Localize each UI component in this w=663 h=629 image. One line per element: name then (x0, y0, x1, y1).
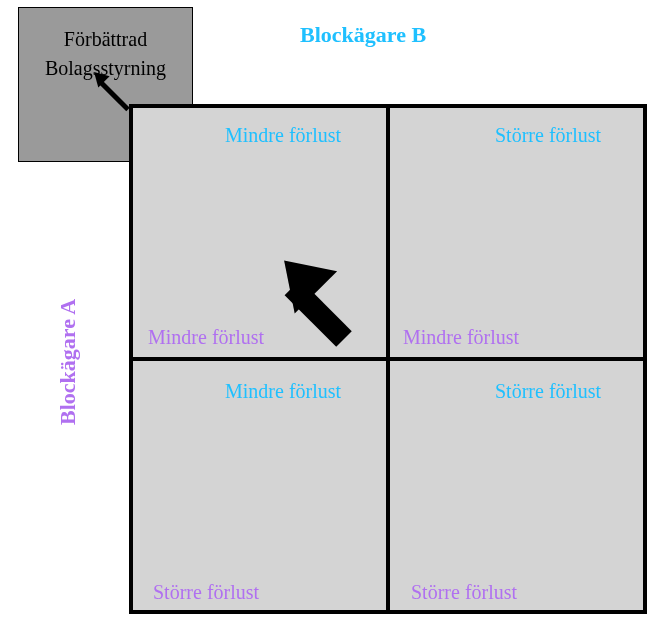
cell-10-payoff-a: Större förlust (153, 581, 259, 604)
matrix-hline (133, 357, 643, 361)
cell-00-payoff-a: Mindre förlust (148, 326, 264, 349)
cell-11-payoff-b: Större förlust (495, 380, 601, 403)
owner-a-label: Blockägare A (55, 299, 81, 425)
cell-00-payoff-b: Mindre förlust (225, 124, 341, 147)
outcome-box-line1: Förbättrad (19, 28, 192, 51)
owner-b-label: Blockägare B (300, 22, 426, 48)
cell-11-payoff-a: Större förlust (411, 581, 517, 604)
cell-01-payoff-a: Mindre förlust (403, 326, 519, 349)
cell-01-payoff-b: Större förlust (495, 124, 601, 147)
cell-10-payoff-b: Mindre förlust (225, 380, 341, 403)
diagram-stage: Blockägare B Blockägare A Förbättrad Bol… (0, 0, 663, 629)
payoff-matrix (129, 104, 647, 614)
